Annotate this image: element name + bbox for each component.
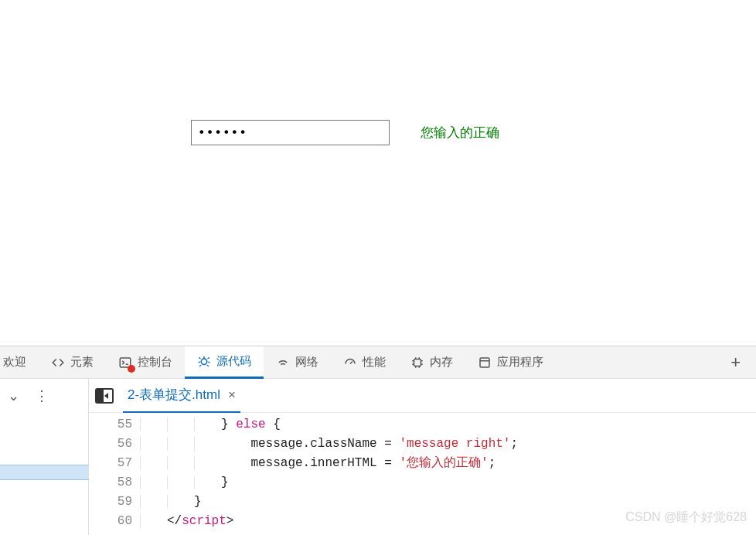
tab-label: 应用程序 [497,355,543,370]
tab-label: 元素 [70,355,94,370]
wifi-icon [276,356,290,370]
add-tab-button[interactable]: + [730,353,741,373]
password-input[interactable] [191,120,390,145]
chip-icon [410,356,424,370]
tab-label: 欢迎 [3,355,26,370]
svg-rect-2 [414,359,421,366]
file-tab-label: 2-表单提交.html [128,386,220,404]
page-content: 您输入的正确 [0,0,756,346]
navigator-selection[interactable] [0,465,89,480]
navigator-panel: ⌄ ⋮ [0,379,89,535]
line-gutter: 555657585960 [89,413,140,535]
kebab-menu-icon[interactable]: ⋮ [35,387,49,404]
tab-label: 源代码 [216,354,251,369]
application-icon [478,356,492,370]
svg-rect-3 [480,358,489,367]
chevron-down-icon[interactable]: ⌄ [8,387,19,404]
close-icon[interactable]: × [228,387,236,403]
toggle-sidebar-icon[interactable] [95,388,114,404]
watermark: CSDN @睡个好觉628 [625,509,747,526]
file-tab[interactable]: 2-表单提交.html × [123,379,240,413]
navigator-controls: ⌄ ⋮ [0,379,88,413]
tab-performance[interactable]: 性能 [331,346,398,379]
tab-console[interactable]: 控制台 [106,346,185,379]
bug-icon [197,354,211,368]
tab-label: 性能 [363,355,386,370]
form-row: 您输入的正确 [191,120,499,145]
tab-memory[interactable]: 内存 [398,346,465,379]
tab-label: 控制台 [138,355,172,370]
elements-icon [51,356,65,370]
tab-network[interactable]: 网络 [264,346,331,379]
svg-point-1 [201,359,207,365]
tab-elements[interactable]: 元素 [39,346,106,379]
file-tab-bar: 2-表单提交.html × [89,379,756,413]
error-badge-icon [128,365,135,373]
tab-welcome[interactable]: 欢迎 [0,346,39,379]
gauge-icon [343,356,357,370]
tab-label: 内存 [430,355,453,370]
tab-sources[interactable]: 源代码 [185,346,264,379]
tab-application[interactable]: 应用程序 [465,346,556,379]
devtools-tab-bar: 欢迎 元素 控制台 源代码 网络 [0,346,756,379]
devtools-panel: 欢迎 元素 控制台 源代码 网络 [0,346,756,535]
validation-message: 您输入的正确 [421,124,499,141]
tab-label: 网络 [295,355,318,370]
